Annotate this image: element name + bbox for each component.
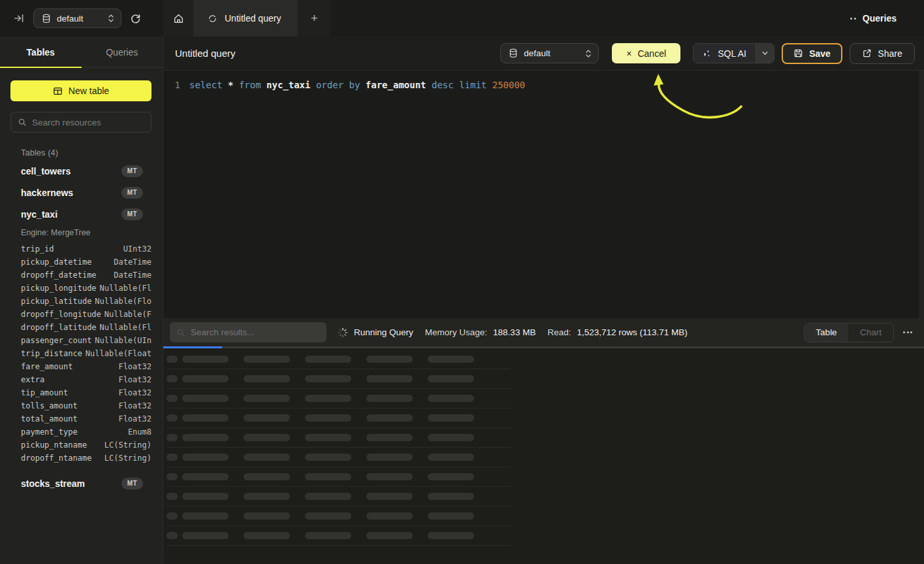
table-engine-label: Engine: MergeTree — [10, 225, 151, 240]
sql-ai-button-group: SQL AI — [693, 43, 774, 63]
sql-token: 250000 — [492, 80, 526, 90]
more-options-icon[interactable] — [902, 327, 914, 337]
skeleton-cell — [366, 473, 413, 480]
new-tab-icon[interactable]: + — [298, 0, 330, 37]
cancel-label: Cancel — [637, 48, 666, 59]
column-type: Float32 — [118, 414, 151, 423]
column-row: pickup_latitudeNullable(Flo — [10, 295, 151, 308]
table-row[interactable]: nyc_taxiMT — [10, 203, 151, 225]
skeleton-cell — [244, 434, 290, 441]
column-type: Nullable(UIn — [95, 336, 151, 345]
read-label: Read: — [547, 327, 571, 337]
column-name: tolls_amount — [21, 401, 78, 410]
database-selector[interactable]: default — [33, 8, 121, 28]
skeleton-cell — [244, 532, 290, 539]
tab-untitled-query[interactable]: Untitled query — [193, 0, 298, 37]
queries-menu[interactable]: Queries — [850, 0, 924, 37]
code-line-content: select * from nyc_taxi order by fare_amo… — [189, 78, 525, 92]
code-line: 1 select * from nyc_taxi order by fare_a… — [163, 78, 924, 92]
sql-editor[interactable]: 1 select * from nyc_taxi order by fare_a… — [163, 71, 924, 318]
chevron-updown-icon — [108, 14, 114, 23]
column-type: Float32 — [118, 388, 151, 397]
column-type: DateTime — [114, 257, 151, 267]
search-icon — [176, 328, 185, 337]
column-row: trip_distanceNullable(Float — [10, 347, 151, 360]
skeleton-row — [167, 526, 511, 546]
column-row: total_amountFloat32 — [10, 412, 151, 425]
skeleton-cell — [305, 493, 351, 500]
queries-label: Queries — [863, 13, 897, 24]
sql-token: order — [316, 80, 343, 90]
results-search[interactable] — [170, 322, 327, 342]
table-row[interactable]: stocks_streamMT — [10, 473, 151, 494]
skeleton-cell — [244, 493, 290, 500]
skeleton-cell — [366, 454, 413, 461]
tab-strip: Untitled query + — [163, 0, 330, 37]
skeleton-cell — [366, 512, 413, 520]
table-row[interactable]: cell_towersMT — [10, 160, 151, 182]
skeleton-cell — [305, 473, 351, 480]
skeleton-row — [167, 428, 511, 448]
column-row: pickup_ntanameLC(String) — [10, 439, 151, 452]
home-icon[interactable] — [163, 0, 193, 37]
column-name: dropoff_longitude — [21, 310, 101, 319]
query-database-selector[interactable]: default — [500, 43, 599, 63]
sidebar-tabs: Tables Queries — [0, 37, 163, 68]
sidebar-search[interactable] — [10, 112, 151, 133]
column-name: passenger_count — [21, 336, 91, 345]
skeleton-cell — [366, 356, 413, 363]
sidebar-tab-queries[interactable]: Queries — [82, 37, 163, 67]
engine-badge: MT — [121, 208, 143, 220]
column-row: tip_amountFloat32 — [10, 386, 151, 399]
sql-token: select — [189, 80, 223, 90]
skeleton-cell — [167, 473, 178, 480]
skeleton-cell — [167, 395, 178, 402]
skeleton-cell — [167, 434, 178, 441]
sql-token: by — [349, 80, 360, 90]
sidebar: Tables Queries New table Tables (4) — [0, 37, 163, 564]
skeleton-cell — [182, 434, 229, 441]
skeleton-cell — [244, 414, 290, 422]
search-results-input[interactable] — [191, 327, 320, 337]
skeleton-cell — [305, 395, 351, 402]
skeleton-cell — [182, 532, 229, 539]
skeleton-cell — [244, 454, 290, 461]
skeleton-cell — [428, 395, 474, 402]
column-type: Nullable(Flo — [95, 297, 151, 306]
toggle-table[interactable]: Table — [805, 323, 848, 342]
toggle-chart[interactable]: Chart — [848, 323, 893, 342]
engine-badge: MT — [121, 165, 143, 177]
skeleton-row — [167, 389, 511, 408]
sidebar-tab-tables[interactable]: Tables — [0, 37, 82, 67]
skeleton-cell — [305, 414, 351, 422]
refresh-icon[interactable] — [130, 13, 141, 24]
sql-ai-dropdown[interactable] — [756, 44, 774, 63]
column-row: pickup_longitudeNullable(Fl — [10, 282, 151, 295]
tab-label: Untitled query — [225, 13, 281, 24]
search-resources-input[interactable] — [32, 118, 144, 127]
sql-ai-button[interactable]: SQL AI — [693, 44, 756, 63]
column-row: dropoff_latitudeNullable(Fl — [10, 321, 151, 334]
skeleton-cell — [182, 473, 229, 480]
new-table-label: New table — [69, 86, 109, 96]
query-header: Untitled query default × Cancel — [163, 37, 924, 71]
sql-token: from — [239, 80, 261, 90]
column-type: DateTime — [114, 271, 151, 280]
collapse-sidebar-icon[interactable] — [13, 12, 25, 24]
skeleton-cell — [167, 512, 178, 520]
skeleton-cell — [428, 512, 474, 520]
skeleton-cell — [366, 395, 413, 402]
skeleton-row — [167, 467, 511, 487]
save-button[interactable]: Save — [782, 43, 842, 64]
skeleton-cell — [167, 532, 178, 539]
share-button[interactable]: Share — [850, 43, 915, 64]
skeleton-row — [167, 506, 511, 526]
cancel-button[interactable]: × Cancel — [612, 43, 680, 63]
new-table-button[interactable]: New table — [10, 80, 151, 101]
skeleton-cell — [428, 414, 474, 422]
skeleton-cell — [167, 414, 178, 422]
table-row[interactable]: hackernewsMT — [10, 182, 151, 203]
editor-scrollbar[interactable] — [919, 71, 924, 318]
skeleton-cell — [182, 454, 229, 461]
skeleton-cell — [428, 493, 474, 500]
